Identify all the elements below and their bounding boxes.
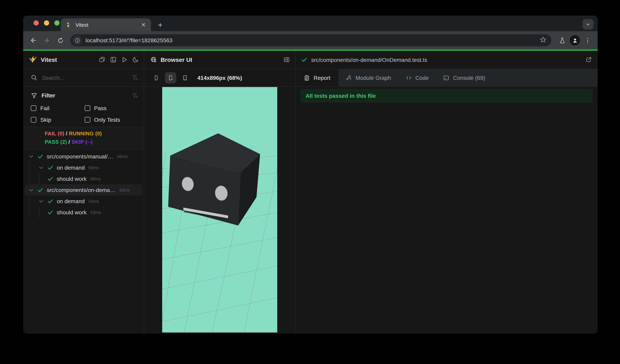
tab-report[interactable]: Report: [296, 69, 338, 86]
phone-small-icon[interactable]: [151, 72, 162, 83]
dashboard-icon[interactable]: [110, 56, 117, 63]
stacked-windows-icon[interactable]: [99, 56, 106, 63]
url-text: localhost:5173/#/?file=1828625563: [85, 37, 540, 44]
chevron-down-icon[interactable]: [28, 153, 34, 160]
checkbox[interactable]: [31, 117, 36, 123]
suite-name: on demand: [57, 198, 85, 204]
tree-row-suite[interactable]: on demand 56ms: [23, 162, 144, 173]
zoom-window-button[interactable]: [54, 20, 60, 26]
dark-mode-icon[interactable]: [132, 56, 139, 63]
open-external-icon[interactable]: [585, 56, 592, 63]
banner-text: All tests passed in this file: [306, 93, 376, 99]
tab-label: Report: [314, 74, 330, 81]
running-count: RUNNING (0): [69, 131, 102, 136]
menu-icon[interactable]: [582, 34, 594, 46]
browser-tab[interactable]: Vitest ✕: [61, 18, 151, 31]
duration: 56ms: [117, 154, 128, 159]
tab-console[interactable]: Console (69): [436, 69, 492, 86]
duration: 43ms: [119, 188, 130, 192]
search-bar: [23, 69, 144, 86]
tab-module-graph[interactable]: Module Graph: [338, 69, 398, 86]
filter-icon: [31, 92, 38, 99]
star-icon[interactable]: [540, 36, 546, 44]
sidebar-header: Vitest: [23, 51, 144, 69]
test-name: should work: [57, 176, 87, 182]
chevron-down-icon[interactable]: [38, 198, 44, 204]
vitest-ui: Vitest: [23, 51, 598, 334]
tab-search-button[interactable]: [582, 19, 594, 29]
report-icon: [304, 74, 310, 81]
tablet-icon[interactable]: [179, 72, 191, 83]
browser-tabstrip: Vitest ✕ +: [23, 15, 598, 31]
pass-check-icon: [47, 198, 54, 204]
panel-right-icon[interactable]: [283, 56, 290, 63]
screen: Vitest ✕ + localhost:5173/#: [0, 0, 620, 364]
console-icon: [443, 74, 450, 81]
test-name: should work: [57, 209, 87, 216]
site-info-icon[interactable]: [72, 36, 82, 45]
tree-row-test[interactable]: should work 43ms: [23, 207, 144, 218]
robot-cube-scene: [162, 87, 277, 333]
run-all-icon[interactable]: [121, 56, 128, 63]
clear-filter-icon[interactable]: [131, 74, 138, 81]
checkbox[interactable]: [31, 105, 36, 111]
filter-checkbox-skip[interactable]: Skip: [31, 116, 84, 123]
vitest-logo-icon: [29, 56, 37, 64]
browser-window: Vitest ✕ + localhost:5173/#: [23, 15, 598, 334]
clear-filter-icon[interactable]: [131, 92, 138, 99]
search-input[interactable]: [42, 74, 131, 81]
filter-panel: Filter Fail Pass: [23, 87, 144, 127]
reload-icon[interactable]: [54, 34, 66, 46]
forward-icon[interactable]: [41, 34, 53, 46]
skip-count: SKIP (--): [72, 139, 93, 145]
checkbox[interactable]: [84, 117, 90, 123]
chevron-down-icon[interactable]: [38, 164, 44, 171]
pass-count: PASS (2): [45, 139, 67, 145]
app-title: Vitest: [41, 56, 99, 63]
profile-avatar[interactable]: [570, 35, 580, 45]
tree-row-suite[interactable]: on demand 43ms: [23, 196, 144, 207]
test-file-name: src/components/on-dema…: [47, 187, 115, 193]
tree-row-file[interactable]: src/components/manual/… 56ms: [23, 151, 144, 162]
globe-icon: [150, 56, 157, 63]
flask-icon[interactable]: [556, 34, 568, 46]
test-status-summary: FAIL (0) / RUNNING (0) PASS (2) / SKIP (…: [23, 127, 144, 149]
filter-checkbox-only-tests[interactable]: Only Tests: [84, 116, 138, 123]
tab-label: Console (69): [453, 74, 485, 81]
pass-check-icon: [37, 153, 44, 160]
minimize-window-button[interactable]: [44, 20, 49, 26]
tab-code[interactable]: Code: [398, 69, 436, 86]
tree-row-file-selected[interactable]: src/components/on-dema… 43ms: [25, 184, 142, 196]
browser-preview-panel: Browser UI 414x896px (: [144, 51, 295, 334]
search-icon: [31, 74, 38, 81]
tab-title: Vitest: [76, 22, 140, 28]
test-file-path: src/components/on-demand/OnDemand.test.t…: [311, 57, 585, 63]
close-window-button[interactable]: [33, 20, 39, 26]
preview-area: [144, 87, 295, 334]
sidebar: Vitest: [23, 51, 144, 334]
pass-check-icon: [47, 176, 54, 182]
report-tabbar: Report Module Graph Code: [296, 69, 598, 86]
filter-checkbox-fail[interactable]: Fail: [31, 105, 84, 111]
duration: 43ms: [90, 210, 101, 215]
tab-close-icon[interactable]: ✕: [140, 21, 147, 28]
module-graph-icon: [346, 74, 352, 81]
tab-label: Module Graph: [356, 74, 391, 81]
filter-checkbox-pass[interactable]: Pass: [84, 105, 138, 111]
browser-toolbar: localhost:5173/#/?file=1828625563: [23, 31, 598, 49]
back-icon[interactable]: [27, 34, 39, 46]
test-file-name: src/components/manual/…: [47, 153, 113, 160]
filter-title: Filter: [42, 92, 131, 99]
phone-add-icon[interactable]: [165, 72, 176, 83]
traffic-lights: [33, 20, 60, 26]
pass-check-icon: [37, 187, 44, 193]
tree-row-test[interactable]: should work 55ms: [23, 173, 144, 184]
new-tab-button[interactable]: +: [155, 20, 165, 30]
checkbox[interactable]: [84, 105, 90, 111]
report-header: src/components/on-demand/OnDemand.test.t…: [296, 51, 598, 69]
chevron-down-icon[interactable]: [28, 187, 34, 193]
tested-app-viewport[interactable]: [162, 87, 277, 333]
report-content: All tests passed in this file: [296, 87, 598, 334]
all-passed-banner: All tests passed in this file: [300, 89, 593, 102]
url-bar[interactable]: localhost:5173/#/?file=1828625563: [70, 34, 551, 46]
